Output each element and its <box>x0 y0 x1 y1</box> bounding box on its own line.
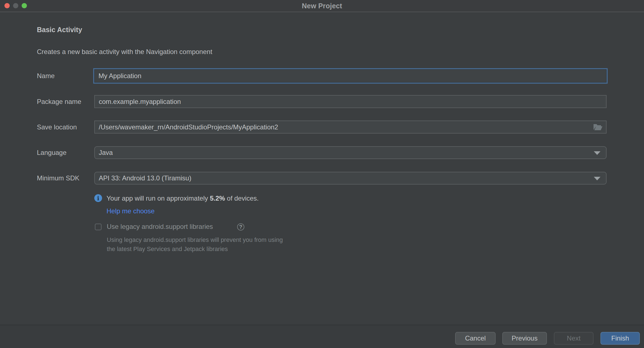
page-description: Creates a new basic activity with the Na… <box>37 48 212 56</box>
sdk-coverage-after: of devices. <box>225 195 258 202</box>
min-sdk-value: API 33: Android 13.0 (Tiramisu) <box>99 174 191 182</box>
minimize-button <box>13 3 18 8</box>
chevron-down-icon <box>594 177 600 180</box>
language-value: Java <box>99 149 113 157</box>
legacy-support-checkbox[interactable] <box>95 224 102 230</box>
save-location-row: Save location /Users/wavemaker_rn/Androi… <box>0 121 644 134</box>
name-label: Name <box>37 72 55 80</box>
language-label: Language <box>37 149 67 157</box>
window-title: New Project <box>302 2 342 10</box>
next-button: Next <box>554 332 594 345</box>
footer-bar: Cancel Previous Next Finish <box>0 325 644 348</box>
traffic-lights <box>4 3 27 8</box>
question-mark-icon[interactable]: ? <box>237 223 244 231</box>
min-sdk-label: Minimum SDK <box>37 174 79 182</box>
save-location-value: /Users/wavemaker_rn/AndroidStudioProject… <box>99 123 278 131</box>
sdk-coverage-percent: 5.2% <box>210 195 225 202</box>
package-input[interactable]: com.example.myapplication <box>94 95 607 108</box>
help-me-choose-link[interactable]: Help me choose <box>107 207 154 215</box>
finish-button[interactable]: Finish <box>600 332 640 345</box>
min-sdk-dropdown[interactable]: API 33: Android 13.0 (Tiramisu) <box>94 172 607 185</box>
name-input[interactable]: My Application <box>94 69 607 83</box>
folder-browse-icon[interactable] <box>593 123 603 131</box>
cancel-button[interactable]: Cancel <box>455 332 496 345</box>
package-row: Package name com.example.myapplication <box>0 95 644 108</box>
min-sdk-row: Minimum SDK API 33: Android 13.0 (Tirami… <box>0 172 644 185</box>
save-location-input[interactable]: /Users/wavemaker_rn/AndroidStudioProject… <box>94 121 607 134</box>
name-row: Name My Application <box>0 69 644 83</box>
sdk-coverage-text: Your app will run on approximately 5.2% … <box>107 195 259 202</box>
package-value: com.example.myapplication <box>99 98 181 106</box>
info-icon: i <box>94 194 102 202</box>
legacy-support-label: Use legacy android.support libraries <box>107 223 213 231</box>
package-label: Package name <box>37 98 81 106</box>
page-title: Basic Activity <box>37 26 82 34</box>
chevron-down-icon <box>594 151 600 155</box>
language-row: Language Java <box>0 146 644 159</box>
zoom-button[interactable] <box>22 3 27 8</box>
legacy-help-line2: the latest Play Services and Jetpack lib… <box>107 244 283 254</box>
language-dropdown[interactable]: Java <box>94 146 607 159</box>
legacy-support-help-text: Using legacy android.support libraries w… <box>107 235 283 254</box>
title-bar: New Project <box>0 0 644 12</box>
name-value: My Application <box>98 72 141 80</box>
previous-button[interactable]: Previous <box>502 332 547 345</box>
save-location-label: Save location <box>37 123 77 131</box>
close-button[interactable] <box>4 3 10 8</box>
legacy-help-line1: Using legacy android.support libraries w… <box>107 235 283 244</box>
sdk-coverage-before: Your app will run on approximately <box>107 195 210 202</box>
